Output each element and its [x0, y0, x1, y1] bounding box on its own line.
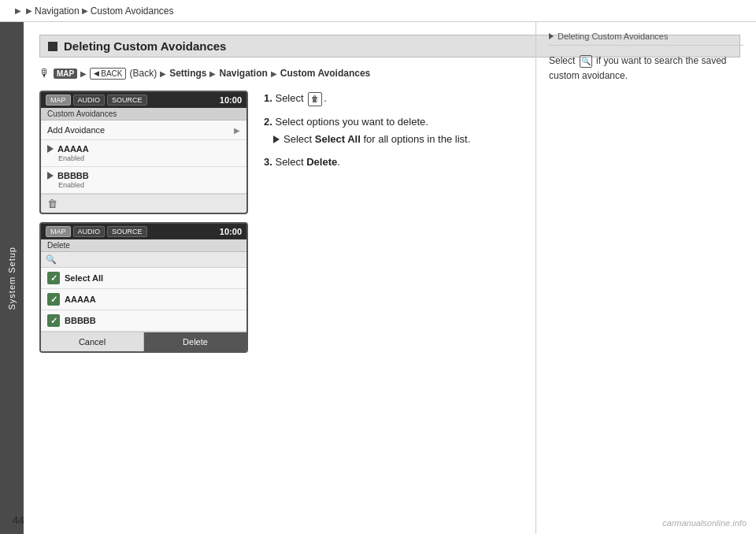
screenshots-col: MAP AUDIO SOURCE 10:00 Custom Avoidances…: [39, 91, 248, 361]
trash-inline-icon: 🗑: [308, 92, 322, 106]
tab-source-1[interactable]: SOURCE: [107, 95, 147, 106]
screen-body-1: Custom Avoidances Add Avoidance ▶ AAAAA …: [41, 108, 246, 194]
check-row-bbbbb[interactable]: ✓ BBBBB: [41, 310, 246, 332]
tri-icon-2: [47, 172, 54, 180]
tab-audio-2[interactable]: AUDIO: [73, 226, 106, 237]
step-3-text: Select: [275, 156, 303, 168]
delete-label-row: Delete: [41, 239, 246, 252]
tri-small-icon: [549, 33, 554, 39]
cancel-button[interactable]: Cancel: [41, 332, 143, 351]
tri-icon-1: [47, 145, 54, 153]
search-row[interactable]: 🔍: [41, 252, 246, 268]
menu-item-aaaaa[interactable]: AAAAA Enabled: [41, 140, 246, 167]
map-badge: MAP: [54, 69, 77, 79]
arrow-icon: ▶: [82, 6, 88, 15]
back-arrow-icon: ◀: [94, 69, 99, 77]
arrow-icon: ▶: [15, 6, 21, 15]
tab-map-2[interactable]: MAP: [46, 226, 71, 237]
step-1-num: 1.: [264, 92, 272, 104]
sub-tri-icon: [273, 135, 280, 143]
sidebar-label: System Setup: [7, 247, 17, 310]
time-1: 10:00: [220, 95, 242, 105]
avoidance-name-1: AAAAA: [47, 144, 89, 154]
step-2-num: 2.: [264, 116, 272, 128]
back-badge: ◀ BACK: [90, 68, 126, 80]
menu-item-add[interactable]: Add Avoidance ▶: [41, 121, 246, 140]
tab-map-1[interactable]: MAP: [46, 95, 71, 106]
back-text: (Back): [129, 68, 157, 79]
tab-source-2[interactable]: SOURCE: [107, 226, 147, 237]
right-panel-title-text: Deleting Custom Avoidances: [558, 32, 668, 41]
arrow-right-icon2: ▶: [160, 69, 166, 78]
avoidance-status-1: Enabled: [47, 154, 84, 162]
speaker-icon: 🎙: [39, 67, 50, 80]
arrow-right-icon3: ▶: [209, 69, 216, 78]
watermark: carmanualsonline.info: [662, 518, 747, 528]
screen-topbar-2: MAP AUDIO SOURCE 10:00: [41, 224, 246, 239]
screen-title-1: Custom Avoidances: [41, 108, 246, 121]
step-3-num: 3.: [264, 156, 272, 168]
menu-add-label: Add Avoidance: [47, 125, 105, 135]
screen-topbar-1: MAP AUDIO SOURCE 10:00: [41, 92, 246, 108]
right-panel-body: Select 🔍 if you want to search the saved…: [549, 54, 743, 83]
check-label-selectall: Select All: [65, 273, 103, 283]
page-number: 44: [13, 514, 24, 526]
search-icon: 🔍: [46, 254, 57, 265]
breadcrumb-bar: ▶ ▶ Navigation ▶ Custom Avoidances: [0, 0, 756, 22]
screen-body-2: Delete 🔍 ✓ Select All ✓ AAAAA ✓: [41, 239, 246, 351]
checkbox-bbbbb[interactable]: ✓: [47, 314, 60, 327]
back-badge-text: BACK: [101, 69, 122, 78]
right-panel: Deleting Custom Avoidances Select 🔍 if y…: [536, 22, 756, 534]
sub-text: Select Select All for all options in the…: [284, 132, 470, 146]
nav-navigation: Navigation: [219, 68, 267, 79]
step-1-text: Select: [275, 92, 303, 104]
step-3-period: .: [337, 156, 340, 168]
arrow-right-icon: ▶: [80, 69, 87, 78]
check-row-aaaaa[interactable]: ✓ AAAAA: [41, 289, 246, 310]
avoidance-status-2: Enabled: [47, 181, 84, 189]
search-badge-icon: 🔍: [580, 55, 592, 68]
step-2-main: Select options you want to delete.: [275, 116, 428, 128]
sidebar: System Setup: [0, 22, 24, 534]
arrow-right-icon4: ▶: [271, 69, 277, 78]
menu-arrow-icon: ▶: [234, 126, 240, 135]
sub-bold: Select All: [315, 133, 361, 145]
screen-bottom-1: 🗑: [41, 194, 246, 213]
action-bar: Cancel Delete: [41, 332, 246, 351]
delete-button[interactable]: Delete: [144, 332, 246, 351]
section-square-icon: [48, 42, 57, 51]
check-row-selectall[interactable]: ✓ Select All: [41, 268, 246, 289]
nav-settings: Settings: [169, 68, 206, 79]
menu-item-bbbbb[interactable]: BBBBB Enabled: [41, 167, 246, 194]
checkbox-aaaaa[interactable]: ✓: [47, 293, 60, 306]
rp-text2: if you want to search the saved custom a…: [549, 55, 726, 81]
tab-audio-1[interactable]: AUDIO: [73, 95, 106, 106]
nav-custom-avoidances: Custom Avoidances: [280, 68, 370, 79]
right-panel-title: Deleting Custom Avoidances: [549, 32, 743, 46]
delete-label: Delete: [47, 241, 70, 250]
section-heading-text: Deleting Custom Avoidances: [64, 39, 226, 53]
rp-text1: Select: [549, 55, 575, 66]
device-screen-2: MAP AUDIO SOURCE 10:00 Delete 🔍 ✓ Select…: [39, 222, 248, 353]
breadcrumb-nav: Navigation: [35, 6, 80, 17]
step-3-bold: Delete: [306, 156, 337, 168]
checkbox-selectall[interactable]: ✓: [47, 272, 60, 284]
trash-icon[interactable]: 🗑: [47, 198, 57, 210]
arrow-icon: ▶: [26, 6, 32, 15]
time-2: 10:00: [220, 227, 242, 236]
breadcrumb-custom: Custom Avoidances: [91, 6, 174, 17]
avoidance-name-2: BBBBB: [47, 171, 89, 180]
check-label-aaaaa: AAAAA: [65, 295, 96, 304]
device-screen-1: MAP AUDIO SOURCE 10:00 Custom Avoidances…: [39, 91, 248, 214]
check-label-bbbbb: BBBBB: [65, 316, 96, 325]
